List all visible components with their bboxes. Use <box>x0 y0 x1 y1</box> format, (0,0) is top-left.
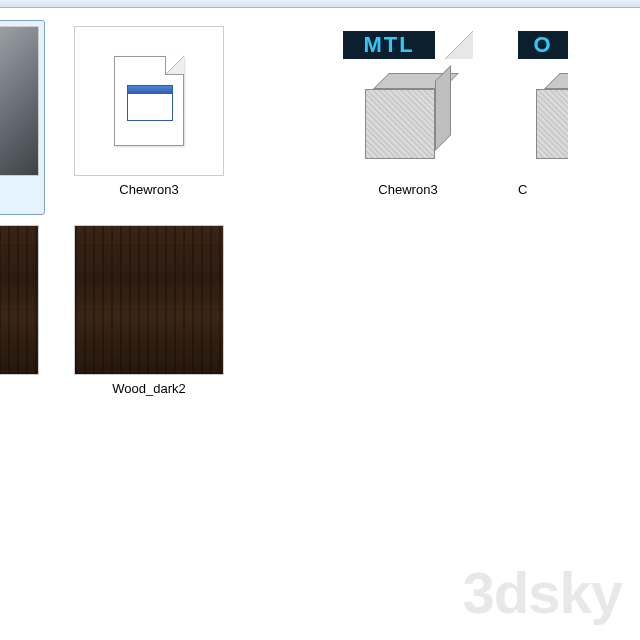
file-item[interactable]: Wood_dark2 <box>49 219 249 414</box>
application-icon <box>114 56 184 146</box>
file-type-banner: O <box>518 31 568 59</box>
file-item[interactable]: MTL Chewron3 <box>308 20 508 215</box>
file-label: Wood_dark2 <box>112 381 185 396</box>
file-item[interactable] <box>0 20 45 215</box>
file-label: C <box>518 182 527 197</box>
file-label: Chewron3 <box>119 182 178 197</box>
watermark-text: 3dsky <box>463 559 622 626</box>
file-item[interactable]: Chewron3 <box>49 20 249 215</box>
file-label: Chewron3 <box>378 182 437 197</box>
window-toolbar <box>0 0 640 8</box>
obj-file-icon: O <box>518 31 568 171</box>
thumbnail-app <box>74 26 224 176</box>
mtl-file-icon: MTL <box>343 31 473 171</box>
thumbnail-obj: O <box>518 26 568 176</box>
grid-spacer <box>251 18 306 213</box>
file-type-banner: MTL <box>343 31 435 59</box>
thumbnail-wood <box>74 225 224 375</box>
thumbnail-mtl: MTL <box>333 26 483 176</box>
file-grid: Chewron3 MTL Chewron3 O C <box>0 8 640 416</box>
thumbnail-wood <box>0 225 39 375</box>
file-item[interactable] <box>0 219 45 414</box>
file-item[interactable]: O C <box>512 20 567 215</box>
thumbnail-image <box>0 26 39 176</box>
